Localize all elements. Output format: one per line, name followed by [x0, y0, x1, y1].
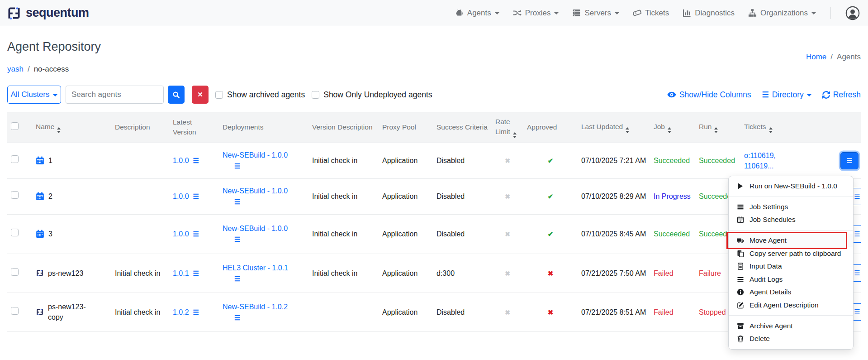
deployment-menu-icon[interactable]	[234, 197, 240, 207]
show-undeployed-checkbox[interactable]	[312, 91, 319, 99]
breadcrumb-home-link[interactable]: Home	[806, 53, 826, 62]
deployment-link[interactable]: New-SEBuild - 1.0.0	[223, 187, 288, 195]
cluster-filter-dropdown[interactable]: All Clusters	[7, 86, 61, 104]
nav-item-tickets[interactable]: Tickets	[633, 9, 669, 18]
clear-search-button[interactable]	[192, 86, 209, 104]
tickets-link[interactable]: o:110619, 110619...	[744, 150, 793, 171]
row-checkbox[interactable]	[11, 229, 19, 236]
search-button[interactable]	[168, 86, 185, 104]
deployment-menu-icon[interactable]	[234, 313, 240, 323]
document-icon	[736, 263, 744, 270]
approved-check-icon	[548, 230, 554, 238]
version-link[interactable]: 1.0.0	[173, 230, 189, 238]
column-header-rate-limit[interactable]: Rate Limit	[492, 112, 523, 143]
menu-item-agent-details[interactable]: Agent Details	[729, 286, 853, 299]
version-link[interactable]: 1.0.2	[173, 308, 189, 316]
bars-icon	[736, 203, 744, 211]
success-criteria: Disabled	[433, 143, 492, 178]
column-header-version-description: Version Description	[308, 112, 379, 143]
x-icon	[197, 91, 203, 99]
agent-name: ps-new123	[48, 268, 83, 278]
directory-icon	[762, 90, 768, 100]
search-input[interactable]	[66, 86, 164, 104]
column-header-proxy-pool: Proxy Pool	[379, 112, 433, 143]
deployment-menu-icon[interactable]	[234, 274, 240, 284]
deployment-menu-icon[interactable]	[234, 161, 240, 171]
version-menu-icon[interactable]	[193, 308, 199, 316]
menu-item-delete[interactable]: Delete	[729, 332, 853, 346]
version-menu-icon[interactable]	[193, 157, 199, 164]
column-header-job[interactable]: Job	[650, 112, 695, 143]
brand-logo[interactable]: sequentum	[6, 5, 89, 21]
info-icon	[736, 288, 744, 296]
row-checkbox[interactable]	[11, 191, 19, 199]
deployment-menu-icon[interactable]	[234, 235, 240, 245]
row-actions-button[interactable]	[840, 152, 859, 169]
success-criteria: Disabled	[433, 293, 492, 331]
deployment-link[interactable]: New-SEBuild - 1.0.0	[223, 225, 288, 232]
version-link[interactable]: 1.0.0	[173, 192, 189, 200]
folder-current: no-access	[34, 65, 69, 74]
folder-parent-link[interactable]: yash	[7, 65, 24, 74]
menu-item-audit-logs[interactable]: Audit Logs	[729, 273, 853, 286]
menu-item-input-data[interactable]: Input Data	[729, 260, 853, 273]
refresh-button[interactable]: Refresh	[822, 90, 861, 100]
menu-item-archive-agent[interactable]: Archive Agent	[729, 319, 853, 332]
show-archived-checkbox[interactable]	[215, 91, 223, 99]
user-avatar-icon[interactable]	[845, 6, 860, 20]
calendar-icon	[36, 192, 44, 201]
deployment-link[interactable]: HEL3 Cluster - 1.0.1	[223, 264, 288, 272]
nav-item-proxies[interactable]: Proxies	[513, 9, 559, 18]
menu-item-move-agent[interactable]: Move Agent	[729, 234, 853, 247]
menu-item-job-settings[interactable]: Job Settings	[729, 201, 853, 214]
column-header-last-updated[interactable]: Last Updated	[578, 112, 650, 143]
table-row: 1 1.0.0 New-SEBuild - 1.0.0 Initial chec…	[7, 143, 861, 178]
version-menu-icon[interactable]	[193, 269, 199, 277]
android-icon	[455, 9, 464, 17]
row-checkbox[interactable]	[11, 268, 19, 276]
version-description	[308, 293, 379, 331]
version-link[interactable]: 1.0.1	[173, 269, 189, 277]
column-header-deployments: Deployments	[219, 112, 308, 143]
nav-item-agents[interactable]: Agents	[455, 9, 499, 18]
nav-item-organizations[interactable]: Organizations	[748, 9, 816, 18]
caret-down-icon	[811, 12, 816, 14]
last-updated: 07/21/2025 7:50 AM	[578, 254, 650, 293]
breadcrumb-current: Agents	[837, 53, 861, 62]
hamburger-icon	[854, 192, 860, 201]
deployment-link[interactable]: New-SEBuild - 1.0.2	[223, 303, 288, 311]
column-header-name[interactable]: Name	[32, 112, 111, 143]
column-header-tickets[interactable]: Tickets	[740, 112, 824, 143]
version-menu-icon[interactable]	[193, 230, 199, 238]
deployment-link[interactable]: New-SEBuild - 1.0.0	[223, 151, 288, 159]
brand-name: sequentum	[26, 6, 89, 20]
row-checkbox[interactable]	[11, 155, 19, 163]
nav-item-diagnostics[interactable]: Diagnostics	[683, 9, 735, 18]
column-header-run[interactable]: Run	[695, 112, 740, 143]
agent-description	[111, 143, 169, 178]
version-description: Initial check in	[308, 143, 379, 178]
menu-item-copy-server-path[interactable]: Copy server path to clipboard	[729, 247, 853, 260]
last-updated: 07/21/2025 8:51 AM	[578, 293, 650, 331]
not-approved-icon	[548, 269, 554, 277]
row-checkbox[interactable]	[11, 307, 19, 315]
shuffle-icon	[513, 9, 522, 17]
menu-item-run[interactable]: Run on New-SEBuild - 1.0.0	[729, 180, 853, 193]
version-menu-icon[interactable]	[193, 192, 199, 200]
caret-down-icon	[554, 12, 559, 14]
version-description: Initial check in	[308, 254, 379, 293]
proxy-pool: Application	[379, 143, 433, 178]
caret-down-icon	[53, 94, 57, 96]
menu-item-edit-agent-description[interactable]: Edit Agent Description	[729, 299, 853, 312]
job-status: Failed	[650, 254, 695, 293]
show-hide-columns-button[interactable]: Show/Hide Columns	[667, 90, 751, 100]
version-link[interactable]: 1.0.0	[173, 157, 189, 164]
calendar-icon	[36, 230, 44, 238]
select-all-checkbox[interactable]	[11, 122, 19, 130]
agent-description: Initial check in	[111, 293, 169, 331]
directory-dropdown[interactable]: Directory	[762, 90, 811, 100]
rate-limit-disabled-icon	[505, 270, 510, 277]
menu-item-job-schedules[interactable]: Job Schedules	[729, 213, 853, 226]
nav-item-servers[interactable]: Servers	[572, 9, 619, 18]
agent-name: 1	[48, 155, 52, 166]
